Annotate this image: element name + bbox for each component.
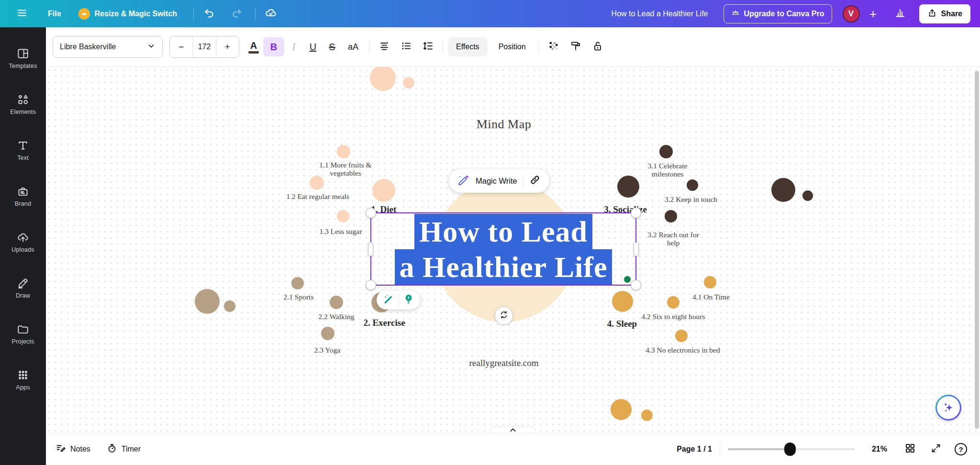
mindmap-peach-node[interactable] (372, 179, 395, 202)
mindmap-tan-node[interactable] (291, 277, 304, 289)
selection-handle-right[interactable] (634, 242, 639, 256)
add-member-button[interactable]: + (864, 4, 883, 23)
mindmap-tan-node[interactable] (224, 300, 235, 312)
undo-button[interactable] (200, 4, 219, 23)
mindmap-tan-node[interactable] (195, 289, 220, 314)
sidebar-item-uploads[interactable]: Uploads (0, 231, 46, 253)
selection-handle-top-left[interactable] (366, 208, 376, 218)
spacing-button[interactable] (419, 37, 438, 56)
help-button[interactable]: ? (951, 440, 970, 459)
bottom-panel-tab[interactable] (490, 426, 536, 433)
mindmap-peach-node[interactable] (337, 145, 350, 158)
transparency-button[interactable] (544, 37, 563, 56)
mindmap-label[interactable]: 2. Exercise (363, 318, 405, 328)
selection-handle-bottom-left[interactable] (366, 280, 376, 290)
mindmap-gold-node[interactable] (612, 291, 633, 312)
mindmap-label[interactable]: 3.1 Celebrate milestones (648, 162, 688, 178)
mindmap-peach-node[interactable] (403, 77, 414, 89)
sidebar-item-text[interactable]: Text (0, 139, 46, 161)
mindmap-label[interactable]: 4.1 On Time (692, 293, 730, 301)
mindmap-label[interactable]: 4.2 Six to eight hours (641, 312, 705, 321)
mindmap-gold-node[interactable] (704, 276, 716, 288)
fullscreen-button[interactable] (926, 440, 946, 459)
insights-button[interactable] (891, 4, 910, 23)
font-size-value[interactable]: 172 (192, 36, 216, 57)
position-button[interactable]: Position (490, 37, 534, 56)
mindmap-gold-node[interactable] (667, 296, 679, 309)
mindmap-label[interactable]: 1.1 More fruits & vegetables (319, 161, 371, 177)
mindmap-label[interactable]: 2.1 Sports (284, 293, 314, 301)
mindmap-tan-node[interactable] (321, 327, 334, 340)
mindmap-label[interactable]: 2.2 Walking (318, 312, 354, 321)
mindmap-label[interactable]: 3.2 Keep in touch (665, 195, 717, 203)
file-menu[interactable]: File (48, 10, 61, 18)
mindmap-gold-node[interactable] (675, 330, 688, 342)
italic-button[interactable]: I (284, 37, 303, 56)
mindmap-dark-node[interactable] (802, 190, 813, 201)
selection-handle-bottom-right[interactable] (631, 280, 641, 290)
sidebar-item-projects[interactable]: Projects (0, 323, 46, 345)
effects-button[interactable]: Effects (448, 37, 488, 56)
magic-edit-pencil-icon[interactable] (382, 293, 394, 307)
mindmap-dark-node[interactable] (617, 176, 639, 198)
sidebar-item-elements[interactable]: Elements (0, 93, 46, 115)
selection-handle-left[interactable] (368, 242, 373, 256)
mindmap-label[interactable]: Mind Map (477, 117, 532, 132)
timer-button[interactable]: Timer (107, 443, 141, 455)
mindmap-dark-node[interactable] (771, 178, 795, 202)
font-size-decrease-button[interactable]: − (170, 36, 192, 57)
selection-handle-top-right[interactable] (631, 208, 641, 218)
strikethrough-button[interactable]: S (323, 37, 342, 56)
mindmap-dark-node[interactable] (665, 210, 677, 222)
list-button[interactable] (397, 37, 416, 56)
mindmap-gold-node[interactable] (611, 399, 632, 420)
text-case-button[interactable]: aA (342, 37, 365, 56)
redo-button[interactable] (227, 4, 246, 23)
alignment-button[interactable] (375, 37, 394, 56)
bold-button[interactable]: B (263, 37, 284, 56)
sidebar-item-templates[interactable]: Templates (0, 47, 46, 69)
underline-button[interactable]: U (303, 37, 323, 56)
copy-style-button[interactable] (566, 37, 585, 56)
cloud-save-status[interactable] (261, 4, 280, 23)
mindmap-label[interactable]: 2.3 Yoga (314, 346, 341, 354)
mindmap-peach-node[interactable] (370, 67, 396, 91)
lock-button[interactable] (588, 37, 607, 56)
mindmap-label[interactable]: 1.2 Eat regular meals (286, 192, 349, 200)
link-icon[interactable] (529, 174, 541, 188)
vertical-scrollbar[interactable] (975, 71, 979, 429)
sidebar-item-brand[interactable]: Brand (0, 185, 46, 207)
magic-write-label[interactable]: Magic Write (476, 177, 517, 186)
page-indicator[interactable]: Page 1 / 1 (677, 445, 712, 454)
font-family-selector[interactable]: Libre Baskerville (53, 36, 163, 58)
mindmap-dark-node[interactable] (687, 179, 698, 191)
font-size-increase-button[interactable]: + (216, 36, 239, 57)
resize-magic-switch-button[interactable]: Resize & Magic Switch (78, 8, 178, 20)
mindmap-dark-node[interactable] (659, 145, 673, 158)
zoom-slider-knob[interactable] (784, 443, 796, 456)
zoom-slider[interactable] (728, 448, 855, 450)
zoom-level[interactable]: 21% (872, 445, 887, 454)
mindmap-peach-node[interactable] (310, 176, 324, 190)
mindmap-label[interactable]: 4. Sleep (607, 319, 637, 329)
rotate-handle[interactable] (495, 307, 513, 325)
mindmap-gold-node[interactable] (641, 410, 653, 421)
mindmap-label[interactable]: 1.3 Less sugar (319, 227, 362, 235)
grid-view-button[interactable] (901, 440, 920, 459)
document-title[interactable]: How to Lead a Healthier Life (612, 10, 708, 18)
mindmap-label[interactable]: reallygreatsite.com (469, 358, 538, 368)
sidebar-item-draw[interactable]: Draw (0, 277, 46, 299)
mindmap-peach-node[interactable] (337, 210, 349, 222)
mindmap-label[interactable]: 4.3 No electronics in bed (646, 346, 720, 354)
notes-button[interactable]: Notes (56, 443, 90, 455)
mindmap-label[interactable]: 3.2 Reach out for help (647, 231, 699, 247)
ideas-bulb-icon[interactable] (403, 293, 414, 307)
mindmap-tan-node[interactable] (330, 296, 343, 309)
design-canvas[interactable]: Mind Map1.1 More fruits & vegetables1.2 … (46, 67, 980, 433)
share-button[interactable]: Share (919, 4, 970, 23)
sidebar-item-apps[interactable]: Apps (0, 369, 46, 391)
upgrade-button[interactable]: Upgrade to Canva Pro (724, 4, 832, 23)
avatar[interactable]: V (843, 5, 860, 22)
canva-assistant-button[interactable] (935, 395, 961, 421)
main-menu-button[interactable] (12, 4, 32, 23)
